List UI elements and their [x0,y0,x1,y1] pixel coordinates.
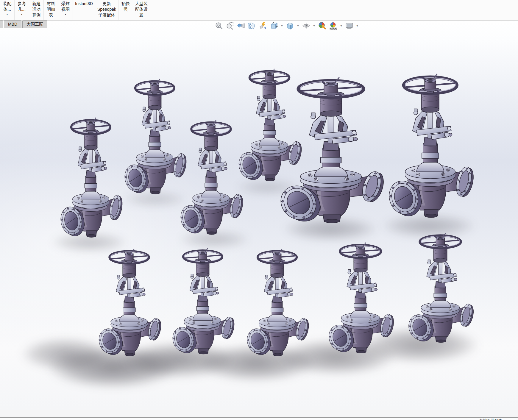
view-annotations-button[interactable] [258,21,267,30]
ribbon-button-label: 配体设 [135,7,148,12]
ribbon-button-label: 运动 [32,7,40,12]
ribbon-button-bill-of-materials[interactable]: 材料明细表 [44,0,58,20]
dropdown-caret-icon[interactable]: ▾ [356,24,359,27]
valve-bottom-1[interactable] [95,248,163,359]
display-style-button[interactable] [285,21,294,30]
view-settings-button[interactable] [345,21,354,30]
ribbon-button-label: 拍快 [121,1,130,7]
dropdown-caret-icon: ▼ [21,13,23,16]
ribbon-button-label: 更新 [102,1,111,7]
zoom-to-area-icon [226,22,234,30]
ribbon-button-label: 装配 [3,1,11,7]
command-manager-tabs: MBD大国工匠 [0,21,47,29]
view-annotations-icon [259,22,267,30]
previous-view-icon [237,22,245,30]
dropdown-caret-icon[interactable]: ▾ [297,24,299,27]
tab-mbd[interactable]: MBD [4,21,21,28]
ribbon-button-reference-geometry[interactable]: 参考几...▼ [15,0,29,20]
ribbon-button-label: 体... [3,7,11,12]
edit-appearance-icon [318,22,326,30]
command-manager-ribbon: 装配体...▼参考几...▼新建运动算例材料明细表爆炸视图▼Instant3D更… [0,0,518,21]
previous-view-button[interactable] [236,21,245,30]
apply-scene-button[interactable] [329,21,338,30]
tab-partial[interactable] [0,21,3,28]
ribbon-button-label: 表 [49,12,53,18]
valve-bottom-4[interactable] [324,242,396,357]
graphics-viewport[interactable]: ▾▾▾▾▾ [0,21,518,410]
ribbon-button-label: 材料 [47,1,55,7]
edit-appearance-button[interactable] [318,21,327,30]
hide-show-items-icon [302,22,310,30]
tab-daguo-gongjiang[interactable]: 大国工匠 [22,21,47,28]
dropdown-caret-icon[interactable]: ▾ [280,24,283,27]
view-orientation-button[interactable] [269,21,278,30]
ribbon-button-label: 大型装 [135,1,148,7]
view-orientation-icon [270,22,278,30]
apply-scene-icon [329,22,337,30]
dropdown-caret-icon: ▼ [6,13,8,16]
ribbon-button-new-motion-study[interactable]: 新建运动算例 [29,0,44,20]
status-bar [0,410,518,417]
dropdown-caret-icon: ▼ [65,13,67,16]
ribbon-button-assembly[interactable]: 装配体...▼ [0,0,15,20]
solidworks-window: 装配体...▼参考几...▼新建运动算例材料明细表爆炸视图▼Instant3D更… [0,0,518,420]
ribbon-button-large-assembly-settings[interactable]: 大型装配体设置 [133,0,150,20]
ribbon-button-label: Speedpak [97,7,116,12]
ribbon-button-instant3d[interactable]: Instant3D [73,0,95,20]
ribbon-button-label: 几... [18,7,26,12]
ribbon-button-label: 算例 [32,12,40,18]
hide-show-items-button[interactable] [302,21,311,30]
dropdown-caret-icon[interactable]: ▾ [340,24,343,27]
valve-top-1[interactable] [57,117,124,241]
ribbon-button-label: 置 [139,12,143,18]
ribbon-button-label: Instant3D [75,1,93,7]
status-text: 在编辑 装配体 [479,418,502,420]
status-strip: 在编辑 装配体 [0,417,518,420]
dropdown-caret-icon[interactable]: ▾ [313,24,316,27]
ribbon-button-label: 参考 [18,1,26,7]
ribbon-button-exploded-view[interactable]: 爆炸视图▼ [58,0,73,20]
ribbon-button-update-speedpak[interactable]: 更新Speedpak子装配体 [95,0,118,20]
section-view-icon [248,22,256,30]
ribbon-button-label: 照 [124,7,128,12]
valve-bottom-5[interactable] [404,232,476,346]
ribbon-button-take-snapshot[interactable]: 拍快照 [118,0,133,20]
view-settings-icon [345,22,353,30]
valve-top-6[interactable] [383,73,476,222]
ribbon-button-label: 子装配体 [98,12,115,18]
valve-bottom-3[interactable] [243,248,311,359]
zoom-to-fit-icon [215,22,223,30]
ribbon-button-label: 视图 [61,7,70,12]
ribbon-button-label: 明细 [47,7,55,12]
valve-top-5[interactable] [274,76,387,227]
zoom-to-area-button[interactable] [225,21,234,30]
section-view-button[interactable] [247,21,256,30]
zoom-to-fit-button[interactable] [214,21,223,30]
valve-bottom-2[interactable] [168,247,236,357]
display-style-icon [286,22,294,30]
ribbon-button-label: 新建 [32,1,40,7]
heads-up-view-toolbar: ▾▾▾▾▾ [214,21,359,30]
ribbon-button-label: 爆炸 [61,1,70,7]
